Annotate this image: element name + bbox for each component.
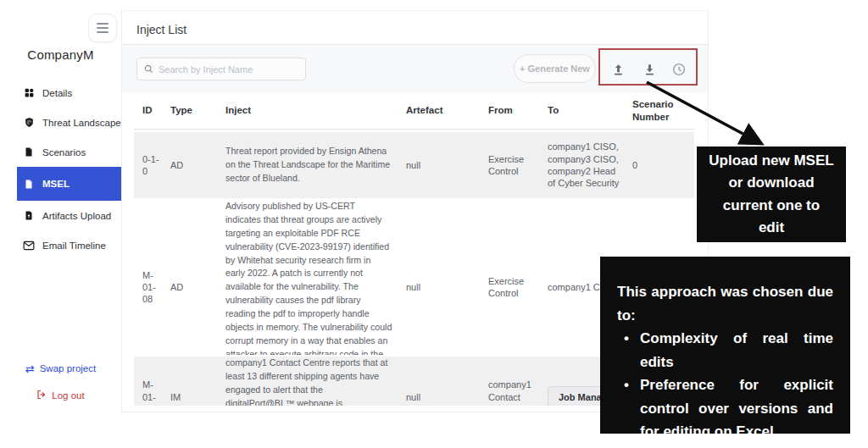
document-upload-icon bbox=[23, 210, 35, 222]
sidebar-item-msel[interactable]: MSEL bbox=[17, 167, 121, 201]
swap-project-link[interactable]: ⇄ Swap project bbox=[0, 357, 121, 379]
menu-toggle-button[interactable] bbox=[88, 14, 117, 42]
envelope-icon bbox=[23, 240, 35, 252]
callout-line: current one to bbox=[697, 195, 846, 217]
cell-artefact: null bbox=[406, 281, 488, 293]
cell-inject: company1 Contact Centre reports that at … bbox=[225, 357, 406, 406]
table-header: ID Type Inject Artefact From To Scenario… bbox=[134, 92, 694, 130]
column-header-from: From bbox=[488, 104, 548, 116]
annotation-callout-approach: This approach was chosen due to: Complex… bbox=[600, 257, 850, 434]
sidebar-item-threat-landscape[interactable]: Threat Landscape bbox=[17, 108, 121, 137]
column-header-id: ID bbox=[142, 104, 170, 116]
cell-inject: Threat report provided by Ensign Athena … bbox=[225, 145, 406, 185]
sidebar-item-scenarios[interactable]: Scenarios bbox=[17, 137, 121, 167]
cell-from: Exercise Control bbox=[488, 153, 548, 178]
sidebar-item-label: Email Timeline bbox=[42, 241, 106, 251]
log-out-link[interactable]: Log out bbox=[0, 384, 121, 407]
search-box bbox=[136, 58, 306, 80]
cell-id: M-01-08 bbox=[142, 269, 170, 306]
column-header-to: To bbox=[548, 104, 632, 116]
sidebar-item-label: Threat Landscape bbox=[42, 118, 121, 128]
column-header-type: Type bbox=[170, 104, 225, 116]
callout-line: or download bbox=[697, 172, 846, 194]
sidebar: CompanyM Details Threat Landscape Scenar… bbox=[0, 0, 121, 448]
cell-scenario-number: 0 bbox=[632, 159, 694, 171]
generate-new-button[interactable]: + Generate New bbox=[514, 54, 596, 83]
sidebar-item-details[interactable]: Details bbox=[17, 78, 121, 108]
document-icon bbox=[23, 178, 35, 190]
upload-icon[interactable] bbox=[609, 60, 627, 79]
cell-id: M-01-09 bbox=[142, 379, 170, 406]
search-input[interactable] bbox=[159, 64, 298, 75]
cell-artefact: null bbox=[406, 159, 488, 171]
sidebar-footer: ⇄ Swap project Log out bbox=[0, 357, 121, 407]
page: CompanyM Details Threat Landscape Scenar… bbox=[0, 0, 868, 448]
brand-title: CompanyM bbox=[0, 47, 121, 62]
callout-line: Upload new MSEL bbox=[697, 150, 846, 172]
grid-icon bbox=[23, 87, 35, 99]
sidebar-item-label: Details bbox=[42, 88, 72, 98]
cell-from: Exercise Control bbox=[488, 275, 548, 300]
history-icon[interactable] bbox=[670, 60, 688, 79]
table-row[interactable]: 0-1-0 AD Threat report provided by Ensig… bbox=[134, 132, 694, 198]
callout-title: This approach was chosen due to: bbox=[617, 280, 833, 327]
sidebar-item-artifacts-upload[interactable]: Artifacts Upload bbox=[17, 201, 121, 230]
cell-id: 0-1-0 bbox=[142, 153, 170, 178]
cell-inject: Advisory published by US-CERT indicates … bbox=[225, 200, 406, 355]
sidebar-item-label: Scenarios bbox=[42, 147, 86, 158]
document-icon bbox=[23, 147, 35, 158]
callout-bullet-list: Complexity of real time edits Preference… bbox=[617, 327, 833, 444]
swap-arrows-icon: ⇄ bbox=[25, 363, 35, 374]
log-out-label: Log out bbox=[52, 390, 84, 401]
shield-icon bbox=[23, 117, 35, 129]
cell-from: company1 Contact Centre bbox=[488, 379, 548, 406]
swap-project-label: Swap project bbox=[40, 363, 96, 373]
callout-bullet: Preference for explicit control over ver… bbox=[617, 373, 833, 444]
sidebar-item-label: Artifacts Upload bbox=[42, 211, 111, 221]
cell-type: IM bbox=[170, 391, 225, 403]
logout-icon bbox=[36, 390, 47, 401]
callout-bullet: Complexity of real time edits bbox=[617, 327, 833, 373]
cell-artefact: null bbox=[406, 391, 488, 403]
callout-line: edit bbox=[697, 217, 846, 239]
cell-type: AD bbox=[170, 281, 225, 293]
column-header-inject: Inject bbox=[225, 104, 406, 116]
download-icon[interactable] bbox=[640, 60, 659, 79]
sidebar-item-label: MSEL bbox=[42, 179, 70, 189]
sidebar-nav: Details Threat Landscape Scenarios MSEL bbox=[0, 78, 121, 260]
search-icon bbox=[144, 64, 153, 74]
cell-type: AD bbox=[170, 159, 225, 171]
column-header-scenario-number: Scenario Number bbox=[632, 98, 694, 123]
toolbar: + Generate New bbox=[122, 45, 708, 92]
column-header-artefact: Artefact bbox=[406, 104, 488, 116]
annotation-callout-upload: Upload new MSEL or download current one … bbox=[697, 147, 846, 242]
cell-to: company1 CISO, company3 CISO, company2 H… bbox=[548, 141, 632, 189]
sidebar-item-email-timeline[interactable]: Email Timeline bbox=[17, 230, 121, 260]
page-title: Inject List bbox=[136, 23, 186, 36]
